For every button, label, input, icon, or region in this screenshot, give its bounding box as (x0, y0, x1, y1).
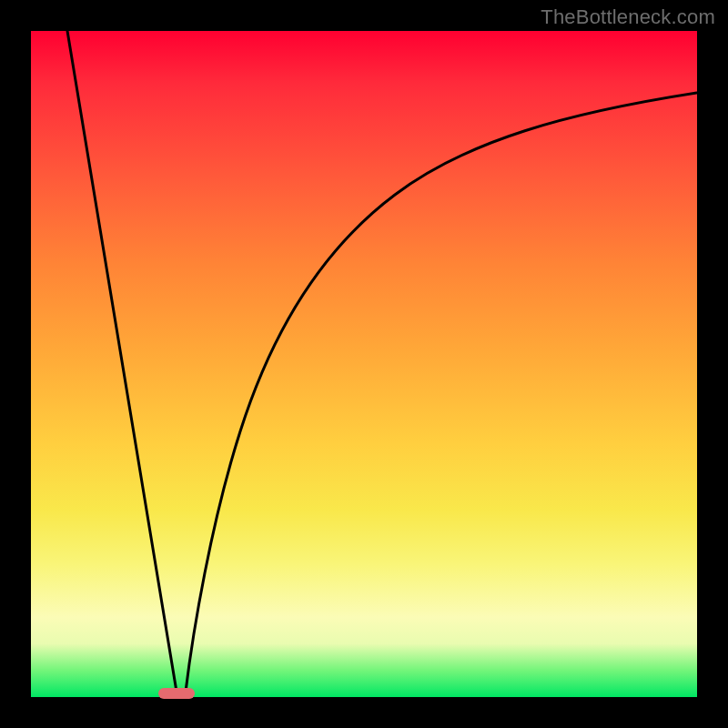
chart-frame: TheBottleneck.com (0, 0, 728, 728)
minimum-marker (158, 688, 195, 699)
curve-layer (31, 31, 697, 697)
watermark-text: TheBottleneck.com (541, 5, 715, 29)
curve-left-branch (67, 31, 177, 692)
plot-area (31, 31, 697, 697)
curve-right-branch (186, 93, 697, 692)
